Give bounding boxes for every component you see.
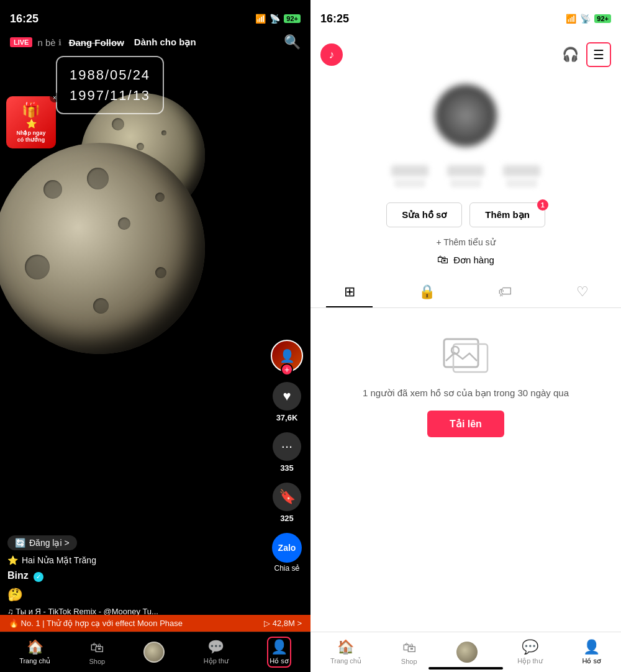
signal-icon: 📶: [255, 14, 266, 24]
profile-content: Sửa hồ sơ Thêm bạn 1 + Thêm tiểu sử 🛍 Đơ…: [310, 72, 621, 672]
add-friend-button[interactable]: Thêm bạn 1: [469, 202, 545, 227]
moon-main: [0, 143, 205, 354]
nav-profile-left[interactable]: 👤 Hồ sơ: [267, 637, 291, 668]
grid-icon: ⊞: [344, 284, 355, 300]
profile-actions: Sửa hồ sơ Thêm bạn 1: [310, 193, 621, 232]
top-bar-left: 16:25 📶 📡 92+: [0, 0, 310, 37]
right-panel: 16:25 📶 📡 92+ ♪ 🎧 ☰: [310, 0, 621, 672]
battery-right: 92+: [594, 14, 611, 23]
moon-shape: [0, 93, 242, 466]
date-text-2: 1997/11/13: [70, 85, 150, 106]
profile-header-right: 🎧 ☰: [562, 42, 611, 67]
emoji-icon: 🤔: [7, 588, 23, 601]
gift-badge[interactable]: × 🎁 ⭐ Nhập ngaycó thưởng: [6, 96, 56, 148]
bookmark-action[interactable]: 🔖 325: [273, 483, 301, 523]
bottom-nav-right: 🏠 Trang chủ 🛍 Shop 💬 Hộp thư 👤 Hồ sơ: [310, 632, 621, 672]
left-panel: 16:25 📶 📡 92+ LIVE n bè ℹ Đang Follow Dà…: [0, 0, 310, 672]
like-icon[interactable]: ♥: [273, 382, 301, 411]
nav-inbox-label-right: Hộp thư: [517, 657, 542, 665]
content-tabs: ⊞ 🔒 🏷 ♡: [310, 276, 621, 308]
nav-moon-right[interactable]: [456, 642, 478, 663]
repost-label: Đăng lại >: [29, 538, 70, 548]
stat-followers: [447, 165, 484, 188]
wifi-icon: 📡: [270, 14, 280, 24]
profile-views-text: 1 người đã xem hồ sơ của bạn trong 30 ng…: [363, 386, 569, 401]
nav-shop-label-right: Shop: [401, 658, 417, 665]
nav-home-label-left: Trang chủ: [19, 657, 50, 665]
repost-icon: 🔄: [15, 538, 25, 548]
user-info-row: Binz ✓: [7, 570, 303, 582]
like-action[interactable]: ♥ 37,6K: [273, 382, 301, 422]
comment-action[interactable]: ··· 335: [273, 432, 301, 473]
nav-shop-label-left: Shop: [89, 658, 105, 665]
live-badge[interactable]: LIVE: [10, 37, 32, 47]
tab-tagged[interactable]: 🏷: [466, 276, 543, 307]
tab-following-short[interactable]: n bè: [37, 37, 55, 48]
gift-close-icon[interactable]: ×: [50, 93, 60, 102]
profile-stats: [310, 160, 621, 193]
top-bar-right: 16:25 📶 📡 92+: [310, 0, 621, 37]
notif-views: ▷ 42,8M >: [264, 619, 302, 628]
followers-label-blur: [450, 179, 481, 188]
tiktok-icon: ♪: [329, 48, 335, 61]
nav-shop-left[interactable]: 🛍 Shop: [89, 640, 105, 665]
emoji-row: 🤔: [7, 587, 303, 602]
notif-text: 🔥 No. 1 | Thử độ hợp cạ với effect Moon …: [9, 619, 259, 628]
tiktok-logo: ♪: [320, 43, 343, 66]
nav-inbox-label-left: Hộp thư: [204, 657, 229, 665]
profile-views-section: 1 người đã xem hồ sơ của bạn trong 30 ng…: [310, 308, 621, 450]
creator-avatar[interactable]: 👤 +: [271, 340, 303, 372]
profile-header: ♪ 🎧 ☰: [310, 37, 621, 72]
edit-profile-button[interactable]: Sửa hồ sơ: [386, 202, 462, 227]
follow-plus-icon[interactable]: +: [281, 363, 293, 376]
add-bio-link[interactable]: + Thêm tiểu sử: [436, 237, 495, 247]
order-row[interactable]: 🛍 Đơn hàng: [437, 253, 494, 266]
profile-avatar: [435, 84, 497, 147]
nav-inbox-right[interactable]: 💬 Hộp thư: [517, 639, 542, 665]
gift-box[interactable]: × 🎁 ⭐ Nhập ngaycó thưởng: [6, 96, 56, 148]
bookmark-icon[interactable]: 🔖: [273, 483, 301, 511]
tab-following[interactable]: Đang Follow: [69, 37, 124, 48]
nav-home-label-right: Trang chủ: [330, 657, 361, 665]
bottom-notification[interactable]: 🔥 No. 1 | Thử độ hợp cạ với effect Moon …: [0, 615, 310, 632]
inbox-icon-right: 💬: [522, 639, 538, 655]
menu-button[interactable]: ☰: [586, 42, 611, 67]
profile-icon-left: 👤: [271, 639, 288, 655]
song-name-row[interactable]: ⭐ Hai Nửa Mặt Trăng: [7, 555, 303, 565]
username-section: Binz ✓: [7, 570, 43, 582]
comment-icon[interactable]: ···: [273, 432, 301, 461]
status-icons-right: 📶 📡 92+: [566, 14, 611, 24]
search-icon-left[interactable]: 🔍: [284, 34, 301, 50]
headphone-icon[interactable]: 🎧: [562, 47, 579, 63]
upload-button[interactable]: Tải lên: [427, 411, 504, 437]
stat-likes: [503, 165, 540, 188]
nav-shop-right[interactable]: 🛍 Shop: [401, 640, 417, 665]
order-label: Đơn hàng: [453, 255, 494, 266]
home-icon-right: 🏠: [337, 639, 354, 655]
nav-profile-label-right: Hồ sơ: [582, 657, 602, 665]
tab-liked[interactable]: ♡: [543, 276, 621, 307]
nav-home-left[interactable]: 🏠 Trang chủ: [19, 639, 50, 665]
following-count-blur: [391, 165, 428, 176]
tab-locked[interactable]: 🔒: [388, 276, 466, 307]
profile-avatar-section: [310, 72, 621, 160]
tabs-bar-left: LIVE n bè ℹ Đang Follow Dành cho bạn 🔍: [0, 34, 310, 50]
tab-for-you[interactable]: Dành cho bạn: [134, 37, 196, 48]
likes-count-blur: [503, 165, 540, 176]
song-title: Hai Nửa Mặt Trăng: [22, 555, 96, 565]
nav-moon-left[interactable]: [143, 642, 165, 663]
tab-grid[interactable]: ⊞: [310, 276, 388, 307]
time-left: 16:25: [10, 12, 39, 25]
gift-emoji: 🎁: [22, 101, 40, 119]
bio-section: + Thêm tiểu sử 🛍 Đơn hàng: [310, 232, 621, 271]
gift-text: Nhập ngaycó thưởng: [16, 130, 45, 143]
nav-profile-right[interactable]: 👤 Hồ sơ: [582, 639, 602, 665]
date-overlay: 1988/05/24 1997/11/13: [56, 56, 164, 114]
time-right: 16:25: [320, 12, 349, 25]
repost-button[interactable]: 🔄 Đăng lại >: [7, 535, 77, 550]
lock-icon: 🔒: [419, 284, 435, 300]
nav-home-right[interactable]: 🏠 Trang chủ: [330, 639, 361, 665]
nav-inbox-left[interactable]: 💬 Hộp thư: [204, 639, 229, 665]
moon-nav-icon-left: [143, 642, 165, 663]
battery-left: 92+: [284, 14, 301, 23]
